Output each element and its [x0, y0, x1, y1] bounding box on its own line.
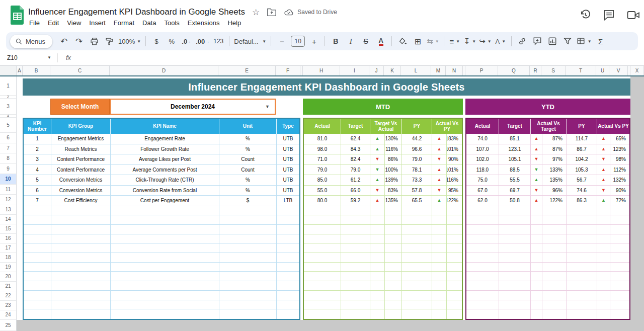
cell-mtd-target[interactable]: 61.2 [341, 175, 370, 186]
empty-cell[interactable] [219, 243, 277, 253]
empty-cell[interactable] [385, 291, 402, 300]
empty-cell[interactable] [531, 253, 542, 263]
empty-cell[interactable] [304, 243, 341, 253]
empty-cell[interactable] [304, 291, 341, 300]
cell-ytd-avp-pct[interactable]: 123% [610, 144, 629, 155]
cell-ytd-avp-pct[interactable]: 112% [610, 165, 629, 176]
row-header-7[interactable]: 7 [0, 143, 16, 154]
empty-cell[interactable] [499, 291, 531, 300]
empty-cell[interactable] [531, 281, 542, 291]
empty-cell[interactable] [402, 281, 432, 291]
empty-cell[interactable] [111, 281, 219, 291]
empty-cell[interactable] [341, 234, 370, 244]
cell-kpi-group[interactable]: Reach Metrics [51, 144, 111, 155]
cell-ytd-avp-pct[interactable]: 132% [610, 175, 629, 186]
vertical-align-button[interactable]: ↧▼ [464, 35, 476, 48]
horizontal-align-button[interactable]: ≡▼ [449, 35, 461, 48]
cell-ytd-avt-arrow[interactable]: ▼ [531, 186, 542, 196]
cell-mtd-tva-pct[interactable]: 116% [385, 144, 402, 155]
row-header-22[interactable]: 22 [0, 291, 16, 301]
empty-cell[interactable] [304, 263, 341, 272]
cell-ytd-actual[interactable]: 67.0 [466, 186, 499, 196]
cell-kpi-number[interactable]: 7 [24, 196, 51, 206]
bold-button[interactable]: B [330, 35, 342, 48]
cell-mtd-actual[interactable]: 79.0 [304, 165, 341, 176]
empty-cell[interactable] [466, 263, 499, 272]
cell-kpi-group[interactable]: Content Performance [51, 165, 111, 176]
row-header-11[interactable]: 11 [0, 185, 16, 195]
cell-mtd-py[interactable]: 79.0 [402, 154, 432, 165]
menus-search-button[interactable]: Menus [10, 35, 52, 48]
empty-cell[interactable] [432, 243, 447, 253]
empty-cell[interactable] [277, 272, 299, 281]
empty-cell[interactable] [531, 272, 542, 281]
empty-cell[interactable] [277, 281, 299, 291]
cell-mtd-avp-arrow[interactable]: ▼ [432, 154, 447, 165]
empty-cell[interactable] [385, 225, 402, 234]
empty-cell[interactable] [111, 263, 219, 272]
empty-cell[interactable] [567, 243, 597, 253]
cell-unit[interactable]: % [219, 144, 277, 155]
empty-cell[interactable] [466, 281, 499, 291]
cell-ytd-avp-pct[interactable]: 65% [610, 134, 629, 144]
empty-cell[interactable] [341, 272, 370, 281]
empty-cell[interactable] [111, 243, 219, 253]
column-header-V[interactable]: V [609, 66, 628, 75]
empty-cell[interactable] [466, 215, 499, 225]
functions-button[interactable]: Σ [595, 35, 607, 48]
cell-ytd-avt-pct[interactable]: 133% [542, 165, 567, 176]
cell-unit[interactable]: % [219, 175, 277, 186]
empty-cell[interactable] [402, 253, 432, 263]
empty-cell[interactable] [499, 225, 531, 234]
empty-cell[interactable] [111, 272, 219, 281]
empty-cell[interactable] [447, 263, 462, 272]
cell-ytd-py[interactable]: 104.2 [567, 154, 597, 165]
empty-cell[interactable] [385, 206, 402, 216]
empty-cell[interactable] [370, 281, 385, 291]
empty-cell[interactable] [542, 300, 567, 310]
cell-ytd-avp-arrow[interactable]: ▼ [597, 154, 610, 165]
empty-cell[interactable] [499, 281, 531, 291]
cell-mtd-py[interactable]: 65.5 [402, 196, 432, 206]
cell-mtd-tva-arrow[interactable]: ▼ [370, 186, 385, 196]
empty-cell[interactable] [432, 206, 447, 216]
empty-cell[interactable] [24, 281, 51, 291]
name-box[interactable]: Z10▼ [0, 54, 55, 61]
cell-type[interactable]: UTB [277, 154, 299, 165]
cell-mtd-tva-pct[interactable]: 135% [385, 196, 402, 206]
menu-file[interactable]: File [25, 18, 44, 28]
empty-cell[interactable] [567, 225, 597, 234]
meet-camera-button[interactable] [627, 10, 640, 21]
empty-cell[interactable] [499, 253, 531, 263]
menu-insert[interactable]: Insert [85, 18, 110, 28]
strikethrough-button[interactable]: S [360, 35, 372, 48]
empty-cell[interactable] [597, 281, 610, 291]
empty-cell[interactable] [341, 206, 370, 216]
select-all-corner[interactable] [0, 66, 17, 75]
empty-cell[interactable] [370, 272, 385, 281]
cell-unit[interactable]: % [219, 186, 277, 196]
font-size-input[interactable]: 10 [291, 36, 305, 47]
cell-ytd-avt-arrow[interactable]: ▲ [531, 196, 542, 206]
empty-cell[interactable] [219, 225, 277, 234]
empty-cell[interactable] [385, 234, 402, 244]
row-header-21[interactable]: 21 [0, 282, 16, 291]
column-header-D[interactable]: D [110, 66, 218, 75]
empty-cell[interactable] [432, 281, 447, 291]
empty-cell[interactable] [499, 309, 531, 319]
empty-cell[interactable] [567, 291, 597, 300]
empty-cell[interactable] [466, 243, 499, 253]
insert-comment-button[interactable] [531, 35, 543, 48]
empty-cell[interactable] [542, 243, 567, 253]
menu-tools[interactable]: Tools [160, 18, 183, 28]
decrease-decimal-button[interactable]: .0← [181, 35, 193, 48]
cell-mtd-avp-arrow[interactable]: ▲ [432, 144, 447, 155]
empty-cell[interactable] [499, 215, 531, 225]
empty-cell[interactable] [51, 225, 111, 234]
empty-cell[interactable] [402, 291, 432, 300]
empty-cell[interactable] [51, 281, 111, 291]
row-header-1[interactable]: 1 [0, 76, 16, 96]
cell-kpi-number[interactable]: 5 [24, 175, 51, 186]
row-header-17[interactable]: 17 [0, 243, 16, 253]
cell-type[interactable]: UTB [277, 165, 299, 176]
